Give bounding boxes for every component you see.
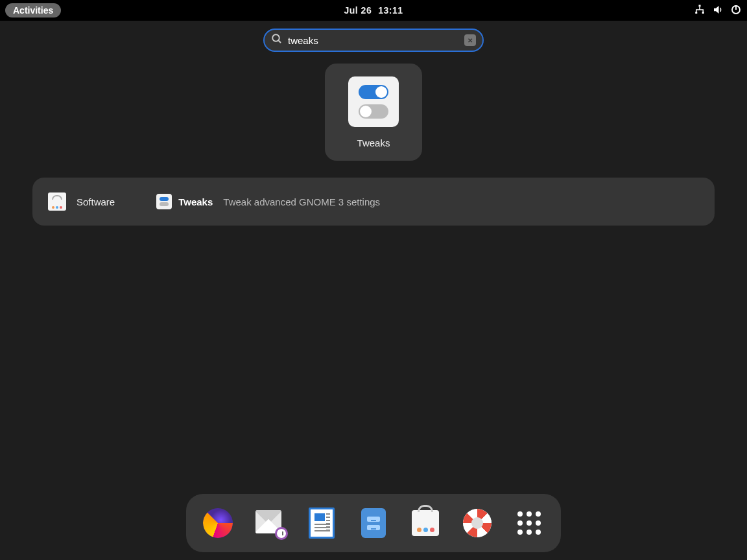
activities-button[interactable]: Activities (5, 3, 61, 18)
dash-show-apps[interactable] (513, 507, 545, 539)
dash-help[interactable] (461, 507, 493, 539)
files-icon (361, 508, 386, 538)
search-input[interactable] (283, 35, 464, 46)
svg-rect-1 (695, 12, 697, 14)
network-icon (694, 4, 706, 18)
dash-files[interactable] (357, 507, 390, 539)
search-box[interactable] (263, 29, 484, 52)
svg-rect-0 (699, 5, 701, 6)
tweaks-mini-icon (156, 194, 172, 209)
date-label: Jul 26 (344, 5, 372, 16)
result-description: Tweak advanced GNOME 3 settings (223, 196, 380, 207)
dash (186, 494, 561, 552)
app-result-tweaks[interactable]: Tweaks (325, 64, 422, 161)
software-large-icon (412, 510, 439, 536)
svg-line-6 (278, 40, 281, 43)
firefox-icon (203, 508, 233, 538)
svg-rect-2 (702, 12, 704, 14)
app-result-label: Tweaks (357, 137, 390, 148)
power-icon (730, 4, 742, 18)
dash-writer[interactable] (305, 507, 338, 539)
search-icon (271, 33, 283, 47)
mail-icon (255, 510, 284, 536)
clock[interactable]: Jul 2613:11 (344, 5, 403, 16)
clear-search-button[interactable] (464, 34, 476, 46)
dash-evolution[interactable] (254, 507, 286, 539)
dash-software[interactable] (409, 507, 442, 539)
dash-firefox[interactable] (202, 507, 234, 539)
tweaks-icon (348, 76, 399, 127)
top-bar: Activities Jul 2613:11 (0, 0, 747, 21)
writer-icon (309, 508, 335, 539)
help-icon (463, 509, 492, 537)
provider-title: Software (77, 196, 115, 207)
status-area[interactable] (694, 4, 742, 18)
search-container (263, 29, 484, 52)
svg-point-5 (272, 34, 279, 41)
software-icon (48, 192, 66, 211)
result-name: Tweaks (178, 196, 213, 207)
apps-grid-icon (517, 511, 541, 535)
search-provider-software: Software Tweaks Tweak advanced GNOME 3 s… (32, 178, 715, 226)
software-result-tweaks[interactable]: Tweaks Tweak advanced GNOME 3 settings (156, 194, 380, 209)
time-label: 13:11 (378, 5, 403, 16)
volume-icon (712, 4, 724, 18)
